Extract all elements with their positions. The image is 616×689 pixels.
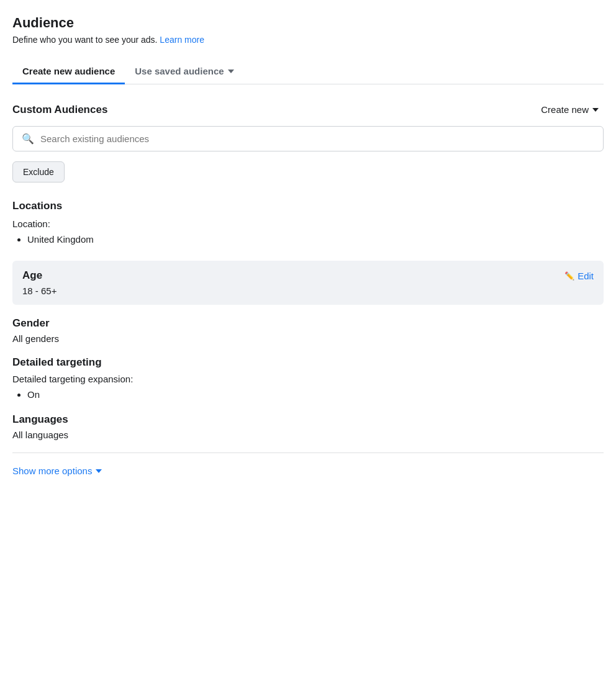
languages-section: Languages All languages (12, 413, 604, 453)
age-section: Age ✏️ Edit 18 - 65+ (12, 261, 604, 305)
page-title: Audience (12, 15, 604, 31)
tab-use-saved-chevron-icon (228, 70, 234, 73)
age-title: Age (22, 269, 42, 282)
search-input[interactable] (40, 133, 594, 144)
search-box: 🔍 (12, 126, 604, 151)
create-new-button[interactable]: Create new (536, 102, 604, 117)
search-icon: 🔍 (22, 133, 34, 145)
locations-section: Locations Location: United Kingdom (12, 200, 604, 246)
age-value: 18 - 65+ (22, 286, 57, 296)
list-item: United Kingdom (27, 233, 604, 246)
custom-audiences-section: Custom Audiences Create new 🔍 Exclude (12, 102, 604, 200)
locations-title: Locations (12, 200, 604, 212)
location-list: United Kingdom (12, 233, 604, 246)
list-item: On (27, 388, 604, 401)
languages-title: Languages (12, 413, 604, 426)
detailed-targeting-list: On (12, 388, 604, 401)
show-more-link[interactable]: Show more options (12, 466, 604, 476)
custom-audiences-title: Custom Audiences (12, 104, 107, 116)
show-more-chevron-icon (96, 469, 102, 473)
gender-section: Gender All genders (12, 317, 604, 344)
pencil-icon: ✏️ (564, 271, 574, 281)
detailed-targeting-section: Detailed targeting Detailed targeting ex… (12, 356, 604, 401)
detailed-targeting-expansion-label: Detailed targeting expansion: (12, 374, 604, 384)
age-edit-link[interactable]: ✏️ Edit (564, 271, 594, 281)
languages-value: All languages (12, 430, 604, 440)
tabs-container: Create new audience Use saved audience (12, 60, 604, 84)
page-subtitle: Define who you want to see your ads. Lea… (12, 35, 604, 45)
exclude-button[interactable]: Exclude (12, 161, 65, 182)
create-new-chevron-icon (592, 108, 599, 112)
detailed-targeting-title: Detailed targeting (12, 356, 604, 369)
tab-use-saved[interactable]: Use saved audience (125, 60, 243, 84)
gender-value: All genders (12, 333, 604, 344)
tab-create-new[interactable]: Create new audience (12, 60, 125, 84)
location-label: Location: (12, 218, 604, 229)
learn-more-link[interactable]: Learn more (160, 35, 204, 45)
gender-title: Gender (12, 317, 604, 330)
